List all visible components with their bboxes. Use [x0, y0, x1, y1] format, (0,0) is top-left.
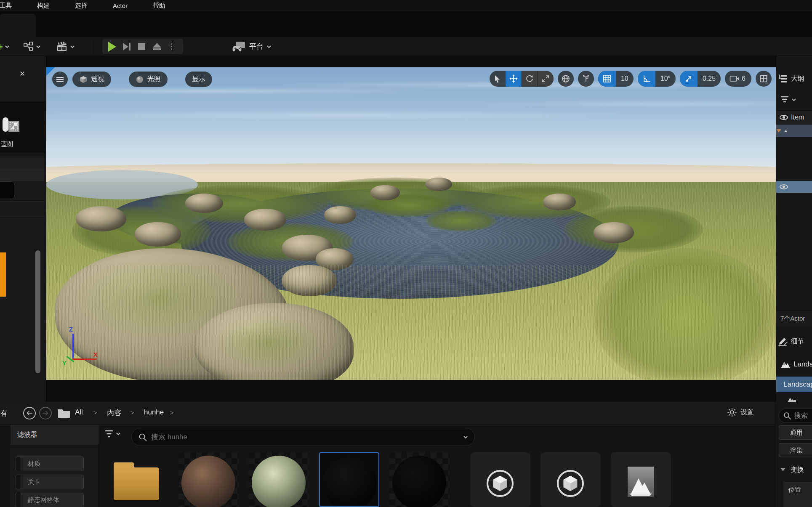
platforms-button[interactable]: 平台 — [232, 37, 271, 56]
list-row[interactable] — [0, 169, 44, 181]
menu-actor[interactable]: Actor — [111, 2, 129, 9]
outliner-row-visible[interactable] — [776, 181, 812, 193]
item-column-label: Item — [791, 114, 804, 121]
filter-material[interactable]: 材质 — [16, 457, 84, 471]
details-tab[interactable]: 细节 — [776, 334, 812, 349]
world-local-toggle[interactable] — [558, 71, 574, 87]
platforms-icon — [232, 41, 246, 52]
add-filter-button[interactable] — [104, 430, 120, 438]
surface-snapping-button[interactable] — [578, 71, 594, 87]
outliner-row-selected[interactable] — [776, 125, 812, 137]
forward-button[interactable] — [39, 407, 52, 419]
menu-select[interactable]: 选择 — [73, 2, 89, 10]
eject-button[interactable] — [153, 43, 161, 50]
back-button[interactable] — [23, 407, 36, 419]
outliner-filter-row[interactable] — [776, 93, 812, 106]
transform-section-header[interactable]: 变换 — [776, 462, 812, 477]
outliner-column-header[interactable]: Item — [776, 110, 812, 125]
left-panel-scrollbar[interactable] — [35, 250, 40, 373]
search-icon — [783, 412, 791, 419]
chevron-down-icon — [792, 98, 796, 102]
perspective-label: 透视 — [91, 75, 104, 84]
asset-material-rock[interactable] — [178, 452, 239, 507]
add-actor-button[interactable]: + — [0, 37, 9, 56]
breadcrumb-hunhe[interactable]: hunhe — [144, 408, 164, 417]
asset-folder[interactable] — [106, 452, 166, 507]
asset-material-selected[interactable] — [319, 452, 379, 507]
level-viewport[interactable]: 透视 光照 显示 — [46, 67, 776, 380]
play-button[interactable] — [108, 42, 116, 52]
content-search-input[interactable] — [151, 433, 459, 441]
collapse-arrow-icon[interactable] — [780, 468, 785, 471]
close-panel-button[interactable]: ✕ — [19, 69, 25, 78]
level-tab[interactable] — [0, 14, 36, 37]
asset-material-dark[interactable] — [389, 452, 450, 507]
scale-tool-button[interactable] — [538, 71, 554, 87]
axis-gizmo: Z X Y — [62, 327, 100, 369]
asset-material-grass[interactable] — [249, 452, 309, 507]
material-sphere — [252, 456, 306, 507]
landscape-row[interactable]: Landscape — [776, 357, 812, 372]
viewport-options-button[interactable] — [52, 72, 68, 87]
chevron-down-icon — [70, 45, 75, 49]
landscape-row-selected[interactable]: Landscape — [776, 377, 812, 392]
stop-button[interactable] — [138, 43, 145, 50]
play-separator — [172, 41, 173, 52]
viewport-layout-button[interactable] — [756, 71, 772, 87]
breadcrumb-all[interactable]: All — [75, 408, 83, 417]
outliner-tab[interactable]: 大纲 — [776, 72, 812, 86]
scale-snap-toggle[interactable] — [680, 71, 698, 87]
cinematics-button[interactable] — [56, 37, 75, 56]
blueprint-category-tile[interactable]: 蓝图 — [0, 101, 46, 153]
select-tool-button[interactable] — [490, 71, 506, 87]
rotation-snap-value[interactable]: 10° — [655, 71, 676, 87]
cursor-icon — [494, 75, 501, 83]
landscape-component-row[interactable] — [776, 395, 812, 404]
asset-swatch[interactable] — [0, 181, 14, 199]
frame-skip-button[interactable] — [123, 43, 130, 50]
rotation-snap-toggle[interactable] — [638, 71, 655, 87]
show-dropdown[interactable]: 显示 — [185, 72, 212, 87]
blueprint-graph-icon — [23, 42, 34, 52]
filter-static-mesh[interactable]: 静态网格体 — [16, 493, 84, 507]
move-icon — [509, 74, 518, 83]
settings-button[interactable]: 设置 — [727, 408, 754, 417]
layout-grid-icon — [759, 74, 768, 83]
outliner-title: 大纲 — [791, 74, 804, 83]
list-row[interactable] — [0, 158, 44, 169]
camera-speed-control[interactable]: 6 — [725, 71, 751, 87]
asset-static-mesh[interactable] — [540, 452, 601, 507]
menu-help[interactable]: 帮助 — [151, 2, 167, 10]
breadcrumb-separator: > — [93, 409, 97, 416]
grid-snap-toggle[interactable] — [598, 71, 616, 87]
asset-static-mesh[interactable] — [470, 452, 530, 507]
menu-tools[interactable]: 工具 — [0, 2, 13, 10]
lit-mode-dropdown[interactable]: 光照 — [129, 72, 168, 87]
scale-snap-value[interactable]: 0.25 — [698, 71, 721, 87]
filter-level[interactable]: 关卡 — [16, 475, 84, 489]
move-tool-button[interactable] — [506, 71, 522, 87]
eye-icon[interactable] — [780, 184, 788, 189]
perspective-cube-icon — [79, 75, 88, 84]
rock — [244, 209, 286, 231]
rotate-tool-button[interactable] — [522, 71, 538, 87]
static-mesh-icon — [487, 470, 514, 497]
details-search[interactable]: 搜索 — [779, 409, 812, 423]
settings-label: 设置 — [740, 408, 754, 417]
filter-funnel-icon — [780, 96, 789, 103]
blueprint-label: 蓝图 — [1, 140, 13, 148]
menu-build[interactable]: 构建 — [35, 2, 51, 10]
row-divider — [0, 201, 44, 202]
grid-snap-value[interactable]: 10 — [616, 71, 634, 87]
chevron-down-icon — [36, 45, 40, 49]
breadcrumb-content[interactable]: 内容 — [107, 408, 121, 418]
asset-landscape[interactable] — [611, 452, 671, 507]
axis-z-label: Z — [69, 326, 73, 333]
folder-icon-body — [114, 467, 159, 500]
details-rendering-button[interactable]: 渲染 — [779, 443, 812, 457]
details-general-button[interactable]: 通用 — [779, 425, 812, 440]
expand-arrow-icon[interactable] — [776, 129, 781, 133]
blueprints-button[interactable] — [23, 37, 40, 56]
perspective-dropdown[interactable]: 透视 — [72, 72, 111, 87]
rock — [425, 178, 452, 191]
